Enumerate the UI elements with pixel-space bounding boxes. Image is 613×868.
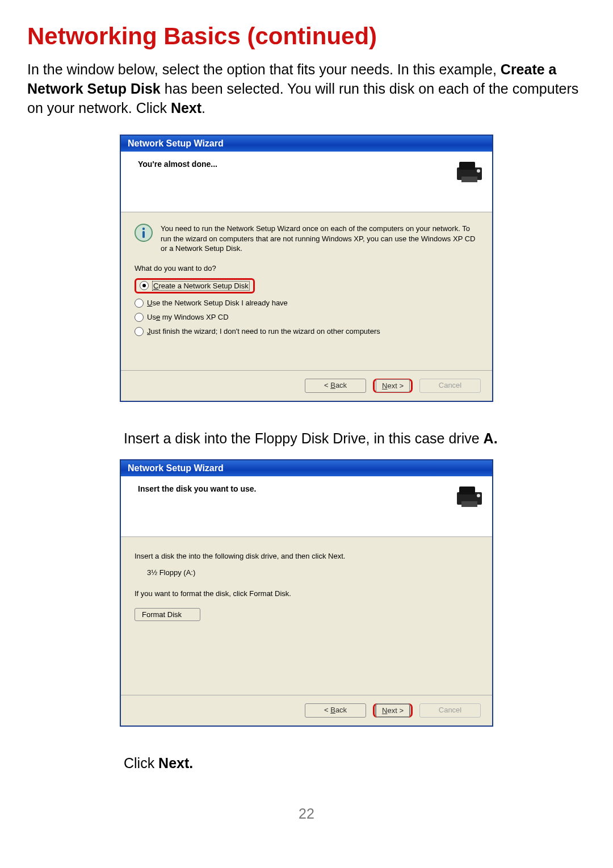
wizard-dialog-2: Network Setup Wizard Insert the disk you… (120, 459, 493, 727)
dialog1-header-text: You're almost done... (138, 160, 217, 169)
svg-point-5 (142, 228, 145, 230)
click-next-bold: Next. (158, 755, 193, 771)
next-button[interactable]: Next > (376, 379, 410, 392)
radio-option-create-disk[interactable]: Create a Network Setup Disk (135, 278, 478, 293)
cancel-button[interactable]: Cancel (419, 703, 481, 718)
radio-icon (140, 281, 149, 290)
svg-rect-6 (142, 231, 145, 238)
svg-point-3 (477, 169, 480, 173)
page-title: Networking Basics (continued) (27, 23, 586, 50)
mid-text-1: Insert a disk into the Floppy Disk Drive… (124, 430, 484, 446)
svg-rect-2 (461, 177, 477, 182)
dialog2-header: Insert the disk you want to use. (121, 476, 492, 537)
back-button[interactable]: < Back (305, 703, 366, 718)
click-next-text: Click Next. (124, 755, 586, 771)
dialog2-drive: 3½ Floppy (A:) (147, 568, 478, 577)
radio-label-create-disk: Create a Network Setup Disk (152, 281, 250, 291)
network-setup-icon (456, 484, 483, 509)
dialog1-footer: < Back Next > Cancel (121, 370, 492, 401)
dialog2-footer: < Back Next > Cancel (121, 695, 492, 726)
dialog1-prompt: What do you want to do? (135, 264, 478, 272)
intro-text-3: . (201, 100, 205, 116)
page-number: 22 (27, 806, 586, 822)
radio-icon (135, 327, 144, 336)
dialog1-header: You're almost done... (121, 152, 492, 212)
dialog1-body: You need to run the Network Setup Wizard… (121, 212, 492, 370)
svg-rect-9 (461, 501, 477, 507)
dialog2-line1: Insert a disk the into the following dis… (135, 552, 478, 560)
highlight-next-button: Next > (373, 703, 413, 718)
info-icon (135, 224, 153, 242)
svg-rect-8 (459, 487, 475, 494)
mid-bold-1: A. (484, 430, 498, 446)
format-disk-button[interactable]: Format Disk (135, 608, 200, 621)
radio-icon (135, 313, 144, 322)
dialog1-titlebar: Network Setup Wizard (121, 136, 492, 152)
network-setup-icon (456, 160, 483, 184)
svg-rect-1 (459, 162, 475, 170)
cancel-button[interactable]: Cancel (419, 379, 481, 393)
intro-bold-2: Next (171, 100, 201, 116)
dialog2-header-text: Insert the disk you want to use. (138, 484, 256, 493)
next-button[interactable]: Next > (376, 704, 410, 717)
highlight-create-disk: Create a Network Setup Disk (135, 278, 255, 293)
radio-icon (135, 299, 144, 308)
radio-label-just-finish: Just finish the wizard; I don't need to … (147, 327, 380, 336)
radio-option-just-finish[interactable]: Just finish the wizard; I don't need to … (135, 327, 478, 336)
wizard-dialog-1: Network Setup Wizard You're almost done.… (120, 135, 493, 402)
back-button[interactable]: < Back (305, 379, 366, 393)
radio-label-use-existing: Use the Network Setup Disk I already hav… (147, 299, 288, 307)
dialog2-titlebar: Network Setup Wizard (121, 460, 492, 476)
radio-option-use-existing-disk[interactable]: Use the Network Setup Disk I already hav… (135, 299, 478, 308)
highlight-next-button: Next > (373, 379, 413, 393)
svg-point-10 (477, 494, 480, 497)
dialog1-info-text: You need to run the Network Setup Wizard… (161, 224, 478, 254)
intro-paragraph: In the window below, select the option t… (27, 60, 586, 118)
dialog2-line2: If you want to format the disk, click Fo… (135, 589, 478, 598)
radio-option-use-xp-cd[interactable]: Use my Windows XP CD (135, 313, 478, 322)
radio-label-use-xp-cd: Use my Windows XP CD (147, 313, 229, 321)
dialog2-body: Insert a disk the into the following dis… (121, 537, 492, 695)
mid-instruction: Insert a disk into the Floppy Disk Drive… (124, 430, 586, 447)
click-next-1: Click (124, 755, 158, 771)
intro-text-1: In the window below, select the option t… (27, 61, 501, 77)
